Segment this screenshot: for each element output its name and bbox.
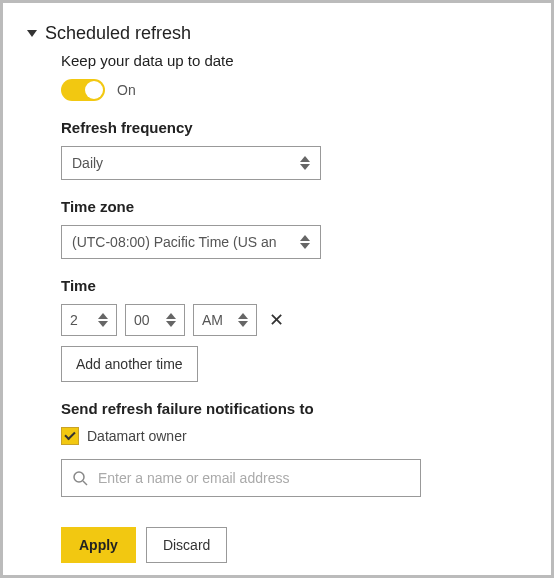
checkmark-icon	[64, 429, 75, 440]
hour-value: 2	[70, 312, 78, 328]
chevron-updown-icon	[98, 313, 108, 327]
notification-recipients-field[interactable]	[61, 459, 421, 497]
timezone-label: Time zone	[61, 198, 527, 215]
timezone-select[interactable]: (UTC-08:00) Pacific Time (US an	[61, 225, 321, 259]
apply-button[interactable]: Apply	[61, 527, 136, 563]
chevron-updown-icon	[238, 313, 248, 327]
remove-time-button[interactable]: ✕	[265, 309, 288, 331]
keep-data-label: Keep your data up to date	[61, 52, 527, 69]
chevron-updown-icon	[166, 313, 176, 327]
toggle-state-label: On	[117, 82, 136, 98]
notification-recipients-input[interactable]	[98, 470, 410, 486]
schedule-toggle[interactable]	[61, 79, 105, 101]
chevron-down-icon	[27, 30, 37, 37]
svg-line-1	[83, 481, 87, 485]
time-label: Time	[61, 277, 527, 294]
frequency-label: Refresh frequency	[61, 119, 527, 136]
chevron-updown-icon	[300, 235, 310, 249]
minute-select[interactable]: 00	[125, 304, 185, 336]
minute-value: 00	[134, 312, 150, 328]
timezone-value: (UTC-08:00) Pacific Time (US an	[72, 234, 277, 250]
section-header[interactable]: Scheduled refresh	[27, 23, 527, 44]
svg-point-0	[74, 472, 84, 482]
add-another-time-label: Add another time	[76, 356, 183, 372]
ampm-value: AM	[202, 312, 223, 328]
frequency-value: Daily	[72, 155, 103, 171]
section-title: Scheduled refresh	[45, 23, 191, 44]
close-icon: ✕	[269, 310, 284, 330]
toggle-knob-icon	[85, 81, 103, 99]
discard-button-label: Discard	[163, 537, 210, 553]
add-another-time-button[interactable]: Add another time	[61, 346, 198, 382]
apply-button-label: Apply	[79, 537, 118, 553]
datamart-owner-label: Datamart owner	[87, 428, 187, 444]
chevron-updown-icon	[300, 156, 310, 170]
hour-select[interactable]: 2	[61, 304, 117, 336]
frequency-select[interactable]: Daily	[61, 146, 321, 180]
datamart-owner-checkbox[interactable]	[61, 427, 79, 445]
ampm-select[interactable]: AM	[193, 304, 257, 336]
discard-button[interactable]: Discard	[146, 527, 227, 563]
search-icon	[72, 470, 88, 486]
notifications-label: Send refresh failure notifications to	[61, 400, 527, 417]
